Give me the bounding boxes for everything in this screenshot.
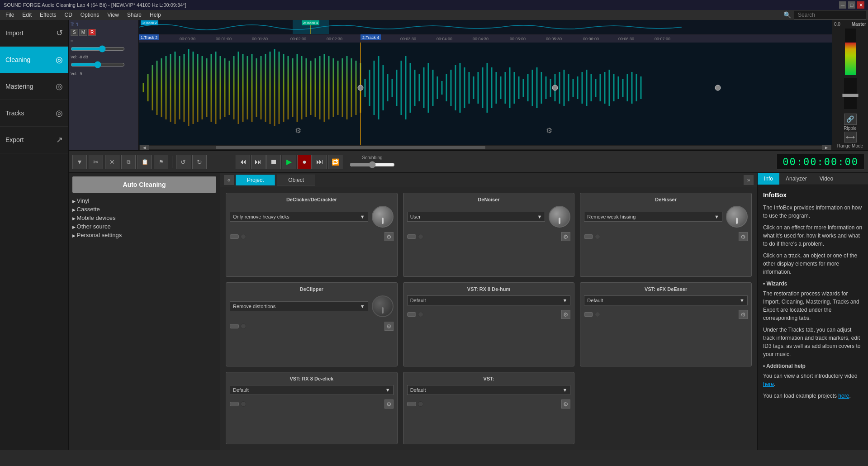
waveform-canvas[interactable]: ⚙ ⚙ [139, 43, 832, 145]
search-input[interactable] [794, 10, 866, 20]
redo-btn[interactable]: ↻ [192, 155, 207, 169]
effect-toggle-denoiser[interactable] [407, 234, 423, 239]
gear-btn-vst-empty[interactable]: ⚙ [561, 399, 570, 409]
menu-help[interactable]: Help [146, 11, 165, 19]
vst-deesser-preset-dropdown[interactable]: Default ▼ [584, 295, 748, 305]
dehisser-knob[interactable] [726, 206, 748, 228]
vst-empty-preset-dropdown[interactable]: Default ▼ [407, 385, 571, 395]
scroll-thumb[interactable] [216, 146, 485, 149]
auto-cleaning-button[interactable]: Auto Cleaning [72, 176, 216, 193]
copy-btn[interactable]: ⧉ [121, 155, 136, 169]
gear-btn-vst-dehum[interactable]: ⚙ [561, 310, 570, 319]
scroll-track[interactable] [149, 146, 822, 149]
toggle-switch-vst-dehum[interactable] [407, 312, 416, 317]
gear-btn-vst-deesser[interactable]: ⚙ [739, 310, 748, 319]
effects-nav-left[interactable]: « [224, 175, 234, 185]
menu-view[interactable]: View [104, 11, 123, 19]
cleaning-vinyl[interactable]: Vinyl [69, 196, 220, 205]
menu-file[interactable]: File [2, 11, 18, 19]
declicker-preset-dropdown[interactable]: Only remove heavy clicks ▼ [230, 212, 368, 222]
menu-effects[interactable]: Effects [36, 11, 60, 19]
effect-toggle-vst-deesser[interactable] [584, 312, 600, 317]
denoiser-knob[interactable] [549, 206, 570, 228]
gear-btn-declicker[interactable]: ⚙ [384, 232, 394, 241]
cleaning-mobile[interactable]: Mobile devices [69, 214, 220, 222]
loop-btn[interactable]: 🔁 [328, 155, 342, 169]
play-btn[interactable]: ▶ [282, 155, 296, 169]
toggle-switch-dehisser[interactable] [584, 234, 593, 239]
menu-cd[interactable]: CD [61, 11, 76, 19]
toggle-switch-denoiser[interactable] [407, 234, 416, 239]
infobox-projects-link[interactable]: here [838, 393, 849, 399]
link-btn[interactable]: 🔗 [844, 114, 857, 124]
sidebar-item-tracks[interactable]: Tracks ◎ [0, 100, 68, 127]
scroll-right[interactable]: ▶ [822, 145, 831, 150]
sidebar-item-mastering[interactable]: Mastering ◎ [0, 73, 68, 100]
toggle-switch-declicker[interactable] [230, 234, 239, 239]
tab-object[interactable]: Object [277, 175, 315, 185]
tab-info[interactable]: Info [758, 173, 779, 185]
record-btn[interactable]: ● [297, 155, 312, 169]
effect-toggle-declicker[interactable] [230, 234, 246, 239]
range-mode-btn[interactable]: ⟷ [844, 132, 857, 143]
effect-toggle-dehisser[interactable] [584, 234, 600, 239]
toggle-switch-declipper[interactable] [230, 324, 239, 328]
waveform-scrollbar[interactable]: ◀ ▶ [139, 145, 832, 150]
vst-declick-preset-dropdown[interactable]: Default ▼ [230, 385, 394, 395]
cleaning-personal[interactable]: Personal settings [69, 231, 220, 239]
effect-toggle-vst-declick[interactable] [230, 401, 246, 407]
dehisser-preset-dropdown[interactable]: Remove weak hissing ▼ [584, 212, 722, 222]
gear-btn-vst-declick[interactable]: ⚙ [384, 399, 394, 409]
cut-btn[interactable]: ✂ [89, 155, 103, 169]
declipper-knob[interactable] [372, 295, 394, 317]
track-volume-slider[interactable] [71, 45, 137, 54]
menu-share[interactable]: Share [123, 11, 145, 19]
vst-dehum-preset-dropdown[interactable]: Default ▼ [407, 295, 571, 305]
scroll-left[interactable]: ◀ [140, 145, 149, 150]
minimize-button[interactable]: ─ [839, 1, 846, 9]
flag-btn[interactable]: ⚑ [154, 155, 168, 169]
undo-btn[interactable]: ↺ [176, 155, 190, 169]
declipper-preset-dropdown[interactable]: Remove distortions ▼ [230, 301, 368, 311]
close-button[interactable]: ✕ [857, 1, 864, 9]
track-record-btn[interactable]: R [88, 29, 96, 36]
goto-end-btn[interactable]: ⏭ [313, 155, 327, 169]
fader-handle[interactable] [842, 94, 859, 97]
window-controls[interactable]: ─ □ ✕ [839, 1, 864, 9]
tab-analyzer[interactable]: Analyzer [779, 173, 813, 185]
infobox-video-link[interactable]: here [763, 381, 774, 387]
goto-start-btn[interactable]: ⏮ [236, 155, 250, 169]
toggle-switch-vst-deesser[interactable] [584, 312, 593, 317]
gear-btn-denoiser[interactable]: ⚙ [561, 232, 570, 241]
effects-nav-right[interactable]: » [744, 175, 754, 185]
sidebar-item-export[interactable]: Export ↗ [0, 127, 68, 153]
declicker-knob[interactable] [372, 206, 394, 228]
close-btn[interactable]: ✕ [105, 155, 119, 169]
track-solo-btn[interactable]: S [71, 29, 78, 36]
tab-video[interactable]: Video [813, 173, 840, 185]
cleaning-cassette[interactable]: Cassette [69, 205, 220, 214]
collapse-btn[interactable]: ▾ [72, 155, 87, 169]
master-fader[interactable] [844, 78, 857, 109]
toggle-switch-vst-declick[interactable] [230, 402, 239, 406]
sidebar-item-import[interactable]: Import ↺ [0, 20, 68, 47]
overview-bar[interactable]: 1:Track 2 2:Track 4 [139, 20, 832, 34]
stop-btn[interactable]: ⏹ [266, 155, 281, 169]
menu-edit[interactable]: Edit [19, 11, 35, 19]
maximize-button[interactable]: □ [848, 1, 855, 9]
prev-btn[interactable]: ⏭ [251, 155, 266, 169]
effect-toggle-vst-dehum[interactable] [407, 312, 423, 317]
tab-project[interactable]: Project [236, 175, 275, 185]
denoiser-preset-dropdown[interactable]: User ▼ [407, 212, 545, 222]
track-mute-btn[interactable]: M [79, 29, 87, 36]
cleaning-other[interactable]: Other source [69, 222, 220, 231]
track-pan-slider[interactable] [71, 61, 137, 70]
effect-toggle-declipper[interactable] [230, 323, 246, 329]
toggle-switch-vst-empty[interactable] [407, 402, 416, 406]
gear-btn-dehisser[interactable]: ⚙ [739, 232, 748, 241]
menu-options[interactable]: Options [77, 11, 103, 19]
paste-btn[interactable]: 📋 [138, 155, 152, 169]
scrub-slider[interactable] [350, 161, 395, 168]
effect-toggle-vst-empty[interactable] [407, 401, 423, 407]
sidebar-item-cleaning[interactable]: Cleaning ◎ [0, 47, 68, 73]
